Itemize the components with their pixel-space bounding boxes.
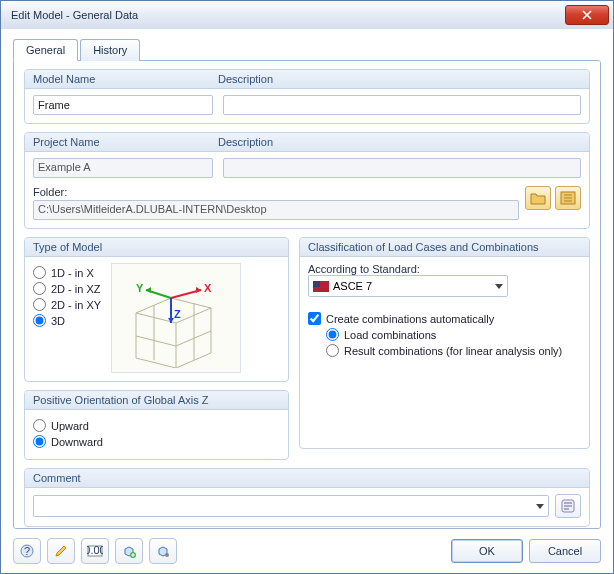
label-orientation: Positive Orientation of Global Axis Z — [25, 391, 288, 410]
svg-marker-5 — [146, 287, 151, 293]
close-icon — [582, 10, 592, 20]
radio-1d-x-label: 1D - in X — [51, 267, 94, 279]
radio-result-combinations-label: Result combinations (for linear analysis… — [344, 345, 562, 357]
radio-2d-xy[interactable] — [33, 298, 46, 311]
axes-icon: X Y Z — [116, 268, 236, 368]
tab-general[interactable]: General — [13, 39, 78, 61]
help-icon: ? — [20, 544, 34, 558]
label-project-name: Project Name — [33, 136, 218, 148]
help-button[interactable]: ? — [13, 538, 41, 564]
radio-2d-xy-label: 2D - in XY — [51, 299, 101, 311]
group-type-of-model: Type of Model 1D - in X 2D - in XZ 2D - … — [24, 237, 289, 382]
titlebar[interactable]: Edit Model - General Data — [1, 1, 613, 29]
dialog-edit-model: Edit Model - General Data General Histor… — [0, 0, 614, 574]
radio-upward-label: Upward — [51, 420, 89, 432]
radio-2d-xz[interactable] — [33, 282, 46, 295]
model-name-input[interactable] — [33, 95, 213, 115]
ok-button[interactable]: OK — [451, 539, 523, 563]
radio-3d[interactable] — [33, 314, 46, 327]
folder-tree-icon — [560, 191, 576, 205]
group-project: Project Name Description Example A Folde… — [24, 132, 590, 229]
radio-3d-label: 3D — [51, 315, 65, 327]
units-icon: 0.00 — [87, 544, 103, 558]
radio-2d-xz-label: 2D - in XZ — [51, 283, 101, 295]
chevron-down-icon — [495, 284, 503, 289]
tab-history[interactable]: History — [80, 39, 140, 61]
project-name-field: Example A — [33, 158, 213, 178]
cube-settings-button[interactable] — [149, 538, 177, 564]
label-comment: Comment — [25, 469, 589, 488]
comment-combo[interactable] — [33, 495, 549, 517]
dialog-footer: ? 0.00 OK Cancel — [1, 529, 613, 573]
label-type-of-model: Type of Model — [25, 238, 288, 257]
folder-tree-button[interactable] — [555, 186, 581, 210]
chevron-down-icon — [536, 504, 544, 509]
label-folder: Folder: — [33, 186, 519, 198]
cube-add-button[interactable] — [115, 538, 143, 564]
label-model-name: Model Name — [33, 73, 218, 85]
type-of-model-options: 1D - in X 2D - in XZ 2D - in XY 3D — [33, 263, 101, 373]
cube-plus-icon — [122, 544, 136, 558]
tab-history-label: History — [93, 44, 127, 56]
svg-point-16 — [165, 553, 169, 557]
label-classification: Classification of Load Cases and Combina… — [300, 238, 589, 257]
group-classification: Classification of Load Cases and Combina… — [299, 237, 590, 449]
svg-text:?: ? — [24, 545, 30, 557]
tab-page-general: Model Name Description Project Name Desc… — [13, 60, 601, 529]
radio-load-combinations-label: Load combinations — [344, 329, 436, 341]
edit-button[interactable] — [47, 538, 75, 564]
svg-text:Y: Y — [136, 282, 144, 294]
tab-general-label: General — [26, 44, 65, 56]
folder-open-icon — [530, 191, 546, 205]
radio-downward[interactable] — [33, 435, 46, 448]
note-icon — [561, 499, 575, 513]
project-description-field — [223, 158, 581, 178]
standard-select[interactable]: ASCE 7 — [308, 275, 508, 297]
group-comment: Comment — [24, 468, 590, 527]
group-orientation: Positive Orientation of Global Axis Z Up… — [24, 390, 289, 460]
radio-load-combinations[interactable] — [326, 328, 339, 341]
label-project-description: Description — [218, 136, 273, 148]
group-model-name: Model Name Description — [24, 69, 590, 124]
radio-downward-label: Downward — [51, 436, 103, 448]
check-create-auto-label: Create combinations automatically — [326, 313, 494, 325]
standard-value: ASCE 7 — [333, 280, 372, 292]
ok-button-label: OK — [479, 545, 495, 557]
label-model-description: Description — [218, 73, 273, 85]
check-create-auto[interactable] — [308, 312, 321, 325]
window-title: Edit Model - General Data — [11, 9, 138, 21]
cancel-button[interactable]: Cancel — [529, 539, 601, 563]
label-according-to-standard: According to Standard: — [308, 263, 420, 275]
close-button[interactable] — [565, 5, 609, 25]
radio-1d-x[interactable] — [33, 266, 46, 279]
cube-gear-icon — [156, 544, 170, 558]
cancel-button-label: Cancel — [548, 545, 582, 557]
radio-result-combinations[interactable] — [326, 344, 339, 357]
units-button[interactable]: 0.00 — [81, 538, 109, 564]
radio-upward[interactable] — [33, 419, 46, 432]
folder-path-field: C:\Users\MitleiderA.DLUBAL-INTERN\Deskto… — [33, 200, 519, 220]
pencil-icon — [54, 544, 68, 558]
svg-text:X: X — [204, 282, 212, 294]
svg-text:0.00: 0.00 — [87, 544, 103, 556]
flag-us-icon — [313, 281, 329, 292]
model-description-input[interactable] — [223, 95, 581, 115]
svg-text:Z: Z — [174, 308, 181, 320]
comment-pick-button[interactable] — [555, 494, 581, 518]
tab-strip: General History — [13, 39, 601, 61]
svg-marker-2 — [196, 287, 201, 293]
browse-folder-button[interactable] — [525, 186, 551, 210]
model-type-preview: X Y Z — [111, 263, 241, 373]
